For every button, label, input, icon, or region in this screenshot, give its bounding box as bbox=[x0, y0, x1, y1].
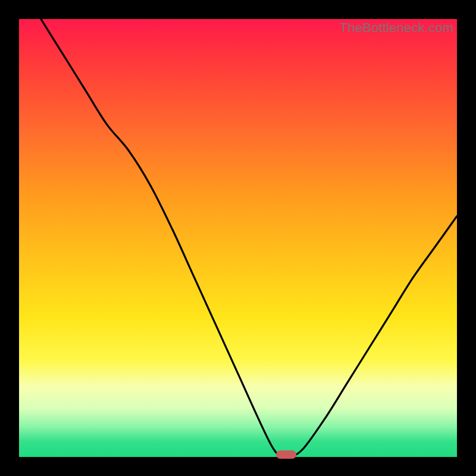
plot-area: TheBottleneck.com bbox=[19, 19, 457, 457]
chart-frame: TheBottleneck.com bbox=[0, 0, 476, 476]
curve-path bbox=[41, 19, 457, 458]
optimal-marker bbox=[276, 450, 296, 459]
bottleneck-curve bbox=[19, 19, 457, 457]
